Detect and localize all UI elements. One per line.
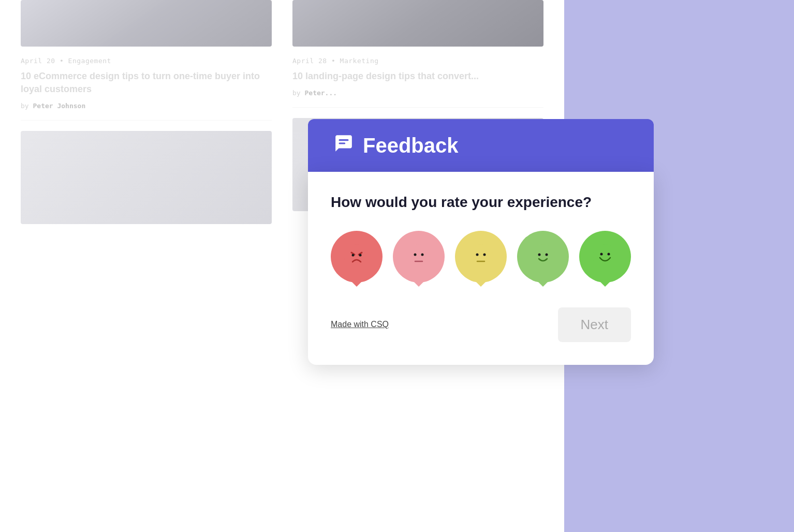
emoji-neutral[interactable] [455, 231, 507, 283]
svg-point-5 [421, 253, 424, 256]
csq-link[interactable]: Made with CSQ [331, 320, 389, 329]
next-button[interactable]: Next [558, 307, 631, 342]
svg-point-16 [608, 253, 610, 255]
card-title-left: 10 eCommerce design tips to turn one-tim… [21, 70, 272, 96]
card-author-left: by Peter Johnson [21, 102, 272, 110]
svg-point-12 [538, 253, 541, 256]
feedback-body: How would you rate your experience? [308, 172, 654, 365]
svg-point-1 [352, 254, 355, 256]
emoji-good[interactable] [517, 231, 569, 283]
svg-point-15 [600, 253, 603, 255]
card-image-lower-left [21, 131, 272, 224]
svg-point-4 [414, 253, 417, 256]
svg-point-3 [406, 244, 431, 269]
feedback-title-text: Feedback [363, 134, 459, 157]
card-author-right: by Peter... [292, 89, 543, 97]
card-meta-left: April 20 • Engagement [21, 57, 272, 65]
svg-point-14 [593, 244, 617, 269]
svg-point-11 [531, 244, 555, 269]
divider-right [292, 107, 543, 108]
rating-question: How would you rate your experience? [331, 193, 631, 212]
svg-point-0 [344, 244, 369, 269]
feedback-footer: Made with CSQ Next [331, 307, 631, 342]
svg-point-2 [359, 254, 362, 256]
card-image-left [21, 0, 272, 47]
divider-left [21, 120, 272, 121]
svg-point-7 [468, 244, 493, 269]
emoji-row [331, 231, 631, 283]
feedback-widget: Feedback How would you rate your experie… [308, 119, 654, 365]
feedback-header: Feedback [308, 119, 654, 172]
emoji-very-bad[interactable] [331, 231, 383, 283]
svg-point-9 [483, 253, 486, 256]
svg-point-13 [546, 253, 548, 256]
card-title-right: 10 landing-page design tips that convert… [292, 70, 543, 83]
emoji-very-good[interactable] [579, 231, 631, 283]
card-left-top: April 20 • Engagement 10 eCommerce desig… [21, 0, 272, 224]
card-meta-right: April 28 • Marketing [292, 57, 543, 65]
feedback-header-icon [334, 134, 354, 157]
emoji-bad[interactable] [393, 231, 445, 283]
card-image-right [292, 0, 543, 47]
svg-point-8 [476, 253, 479, 256]
